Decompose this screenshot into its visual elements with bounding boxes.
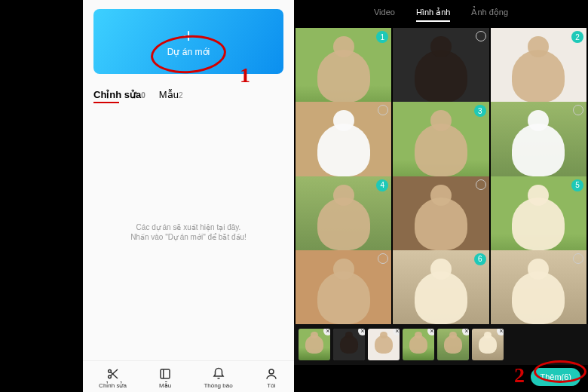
nav-template[interactable]: Mẫu xyxy=(158,367,172,389)
selected-thumb[interactable]: × xyxy=(299,329,330,360)
selection-badge: 5 xyxy=(571,179,583,191)
new-project-label: Dự án mới xyxy=(167,47,210,57)
close-icon[interactable]: × xyxy=(358,329,365,335)
bell-icon xyxy=(212,367,225,381)
svg-point-1 xyxy=(108,375,111,378)
selection-circle xyxy=(476,179,486,190)
person-icon xyxy=(265,367,278,381)
project-tabs: Chỉnh sửa0 Mẫu2 xyxy=(83,74,294,103)
svg-rect-4 xyxy=(161,369,170,378)
plus-icon: + xyxy=(182,26,194,45)
tab-image[interactable]: Hình ảnh xyxy=(416,5,451,22)
annotation-step-1: 1 xyxy=(240,63,250,87)
media-picker-screen: Video Hình ảnh Ảnh động 1 2 3 4 5 6 × × … xyxy=(294,0,588,392)
close-icon[interactable]: × xyxy=(462,329,469,335)
close-icon[interactable]: × xyxy=(393,329,400,335)
svg-point-7 xyxy=(269,369,274,374)
close-icon[interactable]: × xyxy=(427,329,434,335)
selected-thumb[interactable]: × xyxy=(368,329,400,360)
nav-notifications[interactable]: Thông báo xyxy=(204,367,232,389)
media-type-tabs: Video Hình ảnh Ảnh động xyxy=(294,0,588,26)
selected-thumb[interactable]: × xyxy=(437,329,469,360)
selected-thumb[interactable]: × xyxy=(472,329,504,360)
scissors-icon xyxy=(106,367,120,381)
media-item[interactable] xyxy=(296,250,391,324)
selection-circle xyxy=(378,253,388,264)
selected-thumb[interactable]: × xyxy=(403,329,434,360)
editor-home-screen: + Dự án mới Chỉnh sửa0 Mẫu2 Các dự án sẽ… xyxy=(83,0,294,392)
selected-thumb[interactable]: × xyxy=(333,329,365,360)
media-grid: 1 2 3 4 5 6 xyxy=(294,26,588,324)
nav-edit[interactable]: Chỉnh sửa xyxy=(99,367,127,389)
selection-badge: 6 xyxy=(474,253,486,265)
media-item[interactable] xyxy=(491,250,586,324)
new-project-button[interactable]: + Dự án mới xyxy=(93,9,283,74)
close-icon[interactable]: × xyxy=(323,329,330,335)
svg-point-0 xyxy=(108,369,111,372)
annotation-step-2: 2 xyxy=(514,363,525,387)
nav-profile[interactable]: Tôi xyxy=(265,367,278,389)
selection-circle xyxy=(476,31,486,41)
selection-circle xyxy=(573,253,583,264)
selection-strip: × × × × × × xyxy=(294,324,588,365)
tab-template[interactable]: Mẫu2 xyxy=(159,89,183,100)
add-button-row: Thêm(6) xyxy=(294,365,588,392)
selection-badge: 4 xyxy=(376,179,388,191)
selection-badge: 2 xyxy=(571,31,583,43)
tab-video[interactable]: Video xyxy=(374,5,395,22)
selection-badge: 3 xyxy=(474,105,486,117)
template-icon xyxy=(158,367,172,381)
tab-edit[interactable]: Chỉnh sửa0 xyxy=(93,89,145,100)
media-item[interactable]: 6 xyxy=(393,250,488,324)
close-icon[interactable]: × xyxy=(497,329,504,335)
bottom-nav: Chỉnh sửa Mẫu Thông báo Tôi xyxy=(83,360,294,392)
tab-gif[interactable]: Ảnh động xyxy=(471,5,508,22)
empty-projects: Các dự án sẽ xuất hiện tại đây. Nhấn vào… xyxy=(83,103,294,360)
add-button[interactable]: Thêm(6) xyxy=(531,368,580,386)
